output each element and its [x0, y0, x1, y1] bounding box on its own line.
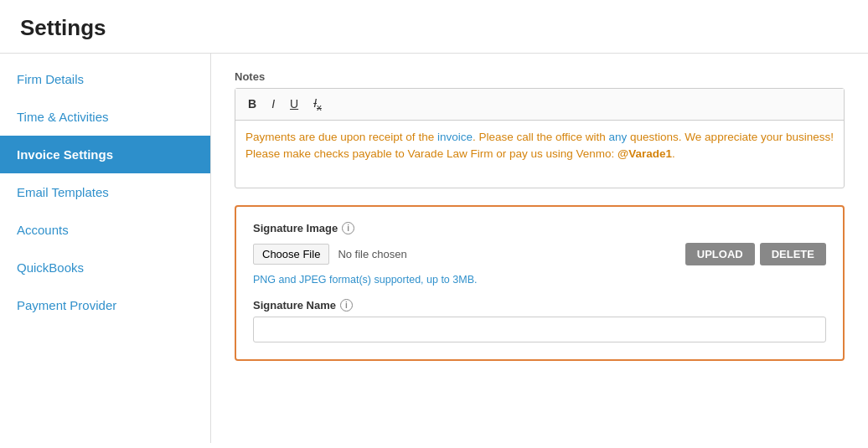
upload-button[interactable]: UPLOAD: [685, 243, 755, 265]
page-header: Settings: [0, 0, 868, 54]
file-row: Choose File No file chosen UPLOAD DELETE: [253, 243, 826, 265]
notes-editor: B I U Ix Payments are due upon receipt o…: [235, 88, 845, 188]
signature-name-input[interactable]: [253, 317, 826, 342]
choose-file-button[interactable]: Choose File: [253, 244, 329, 265]
editor-content[interactable]: Payments are due upon receipt of the inv…: [235, 121, 844, 188]
layout: Firm Details Time & Activities Invoice S…: [0, 54, 868, 443]
sidebar-item-time-activities[interactable]: Time & Activities: [0, 98, 210, 136]
signature-image-label: Signature Image i: [253, 222, 826, 234]
sidebar-item-email-templates[interactable]: Email Templates: [0, 173, 210, 211]
sidebar-item-accounts[interactable]: Accounts: [0, 211, 210, 249]
bold-button[interactable]: B: [242, 94, 262, 115]
signature-image-info-icon[interactable]: i: [342, 222, 354, 234]
page-title: Settings: [20, 15, 848, 41]
sidebar-item-payment-provider[interactable]: Payment Provider: [0, 286, 210, 324]
delete-button[interactable]: DELETE: [760, 243, 826, 265]
no-file-text: No file chosen: [338, 248, 406, 260]
signature-box: Signature Image i Choose File No file ch…: [235, 205, 845, 361]
signature-name-info-icon[interactable]: i: [340, 299, 353, 312]
underline-button[interactable]: U: [284, 94, 304, 115]
editor-toolbar: B I U Ix: [235, 89, 844, 121]
signature-name-label: Signature Name i: [253, 299, 826, 312]
italic-button[interactable]: I: [266, 94, 281, 115]
sidebar-item-quickbooks[interactable]: QuickBooks: [0, 249, 210, 286]
sidebar-item-invoice-settings[interactable]: Invoice Settings: [0, 136, 210, 173]
sidebar-item-firm-details[interactable]: Firm Details: [0, 60, 210, 98]
sidebar: Firm Details Time & Activities Invoice S…: [0, 54, 211, 443]
clear-format-button[interactable]: Ix: [307, 94, 328, 115]
main-content: Notes B I U Ix Payments are due upon rec…: [211, 54, 868, 443]
upload-delete-row: UPLOAD DELETE: [685, 243, 826, 265]
notes-label: Notes: [235, 70, 845, 83]
file-hint: PNG and JPEG format(s) supported, up to …: [253, 274, 826, 286]
